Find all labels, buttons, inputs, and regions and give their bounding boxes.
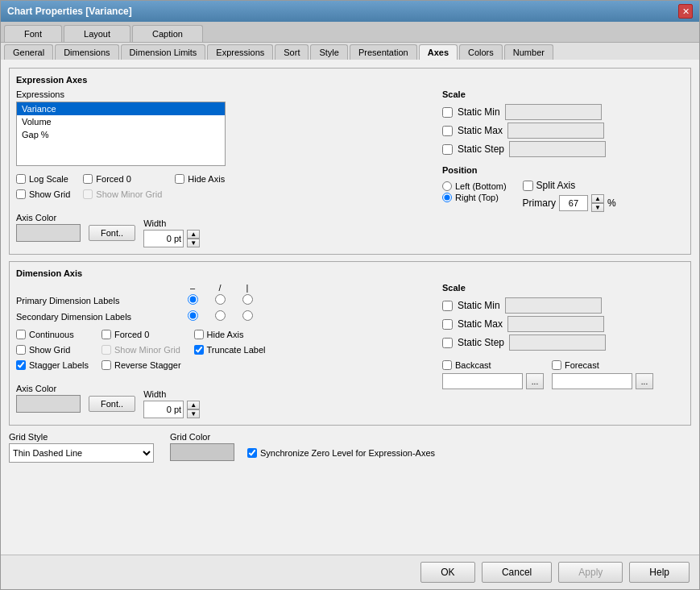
dim-col-header-dash: –	[180, 283, 205, 293]
grid-color-box[interactable]	[170, 443, 234, 461]
tab-layout[interactable]: Layout	[64, 25, 130, 42]
hide-axis-expr-checkbox[interactable]	[175, 174, 184, 184]
split-axis-checkbox[interactable]	[523, 181, 533, 191]
ok-button[interactable]: OK	[420, 562, 475, 583]
dim-axis-color-box[interactable]	[16, 395, 81, 413]
show-minor-grid-dim-row: Show Minor Grid	[101, 345, 181, 355]
dim-width-input[interactable]	[143, 401, 184, 418]
dim-static-step-checkbox[interactable]	[442, 338, 453, 348]
scale-label: Scale	[442, 89, 684, 99]
tab-style[interactable]: Style	[310, 44, 347, 60]
show-minor-grid-expr-checkbox[interactable]	[83, 189, 93, 199]
primary-input[interactable]	[559, 195, 588, 211]
grid-style-select[interactable]: Thin Dashed Line Dashed Line Solid Line	[9, 443, 154, 463]
show-grid-dim-row: Show Grid	[16, 345, 89, 355]
tab-expressions[interactable]: Expressions	[207, 44, 273, 60]
cancel-button[interactable]: Cancel	[482, 562, 552, 583]
expr-checkboxes-row: Log Scale Show Grid Forced 0	[16, 172, 434, 201]
stagger-labels-row: Stagger Labels	[16, 360, 89, 370]
dim-col-header-slash: /	[208, 283, 232, 293]
primary-spin-down[interactable]: ▼	[591, 203, 604, 212]
backcast-checkbox[interactable]	[442, 360, 452, 370]
static-max-input[interactable]	[507, 123, 604, 139]
reverse-stagger-checkbox[interactable]	[101, 360, 111, 370]
axis-color-row: Axis Color Font.. Width ▲	[16, 207, 434, 247]
width-input[interactable]	[143, 230, 184, 247]
primary-dim-radio-3[interactable]	[242, 294, 253, 305]
tab-font[interactable]: Font	[4, 25, 62, 42]
width-spin-down[interactable]: ▼	[187, 239, 200, 247]
dim-static-step-input[interactable]	[509, 334, 606, 351]
show-grid-expr-checkbox[interactable]	[16, 189, 26, 199]
backcast-item: Backcast ...	[442, 359, 544, 389]
static-max-checkbox[interactable]	[442, 126, 453, 136]
forced0-dim-checkbox[interactable]	[101, 330, 111, 339]
tab-axes[interactable]: Axes	[419, 44, 458, 60]
static-step-input[interactable]	[509, 141, 606, 157]
backcast-input[interactable]	[442, 373, 523, 389]
dim-width-spin-down[interactable]: ▼	[187, 409, 200, 418]
backcast-forecast-section: Backcast ... Forecast	[442, 359, 684, 389]
primary-spin-up[interactable]: ▲	[591, 194, 604, 203]
stagger-labels-checkbox[interactable]	[16, 360, 26, 370]
dim-font-btn-section: Font..	[89, 396, 135, 412]
right-top-radio[interactable]	[442, 193, 452, 202]
width-spin-up[interactable]: ▲	[187, 230, 200, 239]
primary-dim-radio-2[interactable]	[215, 294, 226, 305]
tab-number[interactable]: Number	[504, 44, 553, 60]
hide-axis-dim-checkbox[interactable]	[194, 330, 204, 339]
dim-static-max-row: Static Max	[442, 316, 684, 332]
left-bottom-radio[interactable]	[442, 181, 452, 191]
static-min-input[interactable]	[505, 104, 602, 120]
forecast-input-row: ...	[552, 373, 653, 389]
sync-zero-checkbox[interactable]	[247, 448, 257, 458]
expressions-list[interactable]: Variance Volume Gap %	[16, 102, 226, 166]
static-step-checkbox[interactable]	[442, 144, 453, 155]
expr-item-volume[interactable]: Volume	[17, 115, 225, 128]
tab-general[interactable]: General	[4, 44, 53, 60]
tab-presentation[interactable]: Presentation	[350, 44, 417, 60]
continuous-checkbox[interactable]	[16, 330, 26, 339]
log-scale-checkbox[interactable]	[16, 174, 26, 184]
forecast-checkbox[interactable]	[552, 360, 561, 370]
backcast-ellipsis-button[interactable]: ...	[526, 373, 544, 389]
dim-static-min-input[interactable]	[505, 297, 602, 314]
tab-sort[interactable]: Sort	[275, 44, 309, 60]
position-label: Position	[442, 165, 684, 175]
show-grid-dim-label: Show Grid	[29, 345, 70, 355]
tab-dimension-limits[interactable]: Dimension Limits	[121, 44, 206, 60]
forced0-expr-row: Forced 0	[83, 174, 162, 184]
tab-colors[interactable]: Colors	[459, 44, 503, 60]
truncate-label-checkbox[interactable]	[194, 345, 204, 355]
dim-font-button[interactable]: Font..	[89, 396, 135, 412]
forecast-input[interactable]	[552, 373, 632, 389]
font-button[interactable]: Font..	[89, 225, 135, 241]
dim-static-max-input[interactable]	[507, 316, 604, 332]
show-minor-grid-dim-label: Show Minor Grid	[114, 345, 180, 355]
secondary-dim-radio-3[interactable]	[242, 310, 253, 321]
secondary-dim-radio-2[interactable]	[215, 310, 226, 321]
left-bottom-row: Left (Bottom)	[442, 181, 507, 191]
position-content: Left (Bottom) Right (Top) Sp	[442, 180, 684, 212]
static-min-checkbox[interactable]	[442, 107, 453, 118]
expr-item-gap[interactable]: Gap %	[17, 128, 225, 141]
dim-static-min-checkbox[interactable]	[442, 301, 453, 311]
tab-caption[interactable]: Caption	[132, 25, 203, 42]
show-grid-dim-checkbox[interactable]	[16, 345, 26, 355]
tab-dimensions[interactable]: Dimensions	[55, 44, 118, 60]
forced0-expr-checkbox[interactable]	[83, 174, 93, 184]
expr-item-variance[interactable]: Variance	[17, 102, 225, 115]
help-button[interactable]: Help	[629, 562, 690, 583]
forecast-ellipsis-button[interactable]: ...	[636, 373, 653, 389]
axis-color-box[interactable]	[16, 224, 81, 242]
dim-width-spin-up[interactable]: ▲	[187, 401, 200, 409]
apply-button[interactable]: Apply	[558, 562, 623, 583]
show-minor-grid-dim-checkbox[interactable]	[101, 345, 111, 355]
primary-dim-radio-1[interactable]	[188, 294, 198, 305]
close-button[interactable]: ✕	[678, 4, 693, 19]
hide-axis-expr-label: Hide Axis	[188, 174, 225, 184]
dimension-axis-left: – / | Primary Dimension Labels Secondary…	[16, 283, 434, 418]
width-section: Width ▲ ▼	[143, 218, 200, 247]
secondary-dim-radio-1[interactable]	[188, 310, 198, 321]
dim-static-max-checkbox[interactable]	[442, 319, 453, 330]
